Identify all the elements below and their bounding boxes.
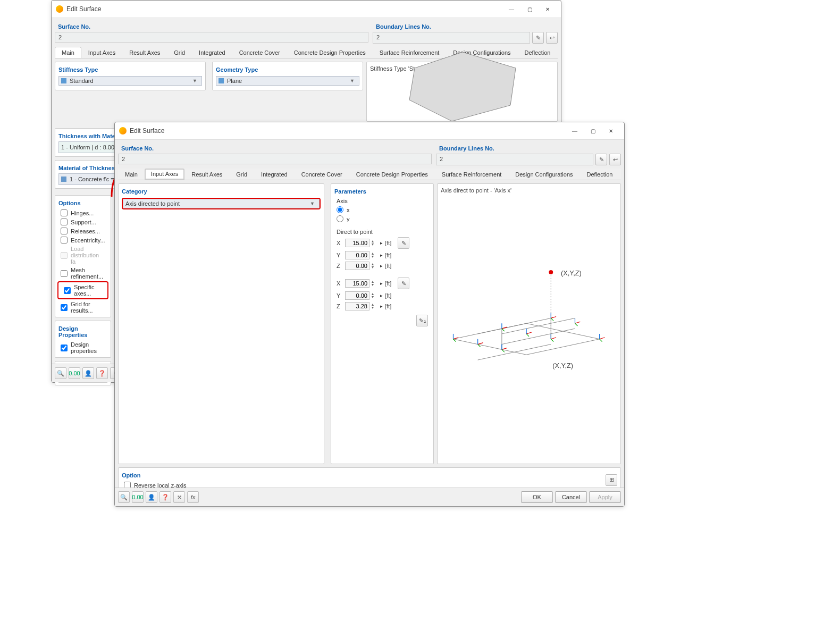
reset-icon[interactable]: ↩: [546, 32, 558, 44]
dialog2-footer: 🔍 0.00 👤 ❓ ⤧ fx OK Cancel Apply: [115, 488, 624, 506]
surface-no-field-2[interactable]: 2: [118, 154, 432, 164]
pick-lines-icon[interactable]: ✎: [595, 154, 607, 165]
geometry-type-dropdown[interactable]: Plane▼: [216, 76, 359, 86]
pick-both-icon[interactable]: ✎₂: [416, 315, 428, 326]
close-button[interactable]: ✕: [539, 3, 557, 15]
pick-point-icon[interactable]: ✎: [398, 237, 409, 249]
cancel-button[interactable]: Cancel: [555, 491, 587, 503]
close-button[interactable]: ✕: [602, 124, 620, 137]
tab-result-axes[interactable]: Result Axes: [122, 47, 167, 58]
help-icon[interactable]: ❓: [159, 491, 171, 503]
tab-concrete-cover[interactable]: Concrete Cover: [232, 47, 287, 58]
boundary-lines-label: Boundary Lines No.: [373, 21, 558, 32]
eccentricity-checkbox[interactable]: Eccentricity...: [55, 236, 111, 245]
spinner-icon[interactable]: ▴▾: [372, 240, 378, 246]
parameters-group: Parameters Axis x y Direct to point X ▴▾…: [331, 183, 434, 464]
svg-point-37: [549, 270, 553, 274]
axis-y-radio[interactable]: y: [331, 214, 433, 223]
mesh-refinement-checkbox[interactable]: Mesh refinement...: [55, 266, 111, 281]
arrow-icon[interactable]: ▸: [380, 293, 383, 298]
preview-panel-1: Stiffness Type 'Standard': [366, 62, 558, 122]
releases-checkbox[interactable]: Releases...: [55, 226, 111, 236]
option-extra-icon[interactable]: ⊞: [606, 474, 617, 486]
coord-input-y-4[interactable]: [345, 291, 369, 300]
tab-main[interactable]: Main: [55, 47, 81, 58]
units-icon[interactable]: 0.00: [69, 367, 80, 379]
tab-grid[interactable]: Grid: [167, 47, 192, 58]
arrow-icon[interactable]: ▸: [380, 253, 383, 258]
units-icon[interactable]: 0.00: [132, 491, 144, 503]
apply-button[interactable]: Apply: [589, 491, 621, 503]
svg-line-3: [478, 318, 551, 333]
preview-title-2: Axis direct to point - 'Axis x': [438, 184, 620, 197]
tab-result-axes-2[interactable]: Result Axes: [184, 169, 229, 180]
tab-input-axes[interactable]: Input Axes: [81, 47, 122, 58]
tab-concrete-design-props[interactable]: Concrete Design Properties: [287, 47, 373, 58]
reset-icon[interactable]: ↩: [609, 154, 621, 165]
boundary-lines-field-2[interactable]: 2: [436, 154, 593, 165]
zoom-icon[interactable]: 🔍: [118, 491, 130, 503]
tab-grid-2[interactable]: Grid: [229, 169, 254, 180]
arrow-icon[interactable]: ▸: [380, 304, 383, 309]
coord-input-z-2[interactable]: [345, 262, 369, 270]
arrow-icon[interactable]: ▸: [380, 263, 383, 268]
coord-row: Y ▴▾ ▸ [ft]: [331, 290, 433, 301]
support-checkbox[interactable]: Support...: [55, 217, 111, 226]
tab-deflection-2[interactable]: Deflection: [580, 169, 620, 180]
surface-no-label: Surface No.: [55, 21, 368, 32]
tab-integrated[interactable]: Integrated: [192, 47, 232, 58]
titlebar[interactable]: Edit Surface — ▢ ✕: [52, 1, 561, 18]
design-props-group: Design Properties Design properties Via …: [55, 321, 111, 358]
spinner-icon[interactable]: ▴▾: [372, 303, 378, 309]
edit-surface-dialog-input-axes: Edit Surface — ▢ ✕ Surface No. 2 Boundar…: [114, 122, 625, 507]
fx-icon[interactable]: fx: [187, 491, 199, 503]
svg-line-30: [551, 338, 556, 339]
tab-concrete-cover-2[interactable]: Concrete Cover: [295, 169, 349, 180]
titlebar-2[interactable]: Edit Surface — ▢ ✕: [115, 122, 624, 140]
category-dropdown[interactable]: Axis directed to point▼: [123, 199, 320, 208]
filter-icon[interactable]: 👤: [146, 491, 157, 503]
tab-input-axes-2[interactable]: Input Axes: [145, 169, 184, 180]
spinner-icon[interactable]: ▴▾: [372, 292, 378, 299]
spinner-icon[interactable]: ▴▾: [372, 252, 378, 258]
xyz-label-1: (X,Y,Z): [561, 269, 582, 277]
boundary-lines-field[interactable]: 2: [373, 32, 530, 44]
arrow-icon[interactable]: ▸: [380, 281, 383, 286]
maximize-button[interactable]: ▢: [584, 124, 602, 137]
design-properties-checkbox[interactable]: Design properties: [55, 340, 111, 355]
coord-input-x-0[interactable]: [345, 239, 369, 247]
tab-surface-reinforcement-2[interactable]: Surface Reinforcement: [435, 169, 509, 180]
grid-results-checkbox[interactable]: Grid for results...: [55, 300, 111, 315]
filter-icon[interactable]: 👤: [82, 367, 94, 379]
pick-point-icon[interactable]: ✎: [398, 278, 409, 289]
hinges-checkbox[interactable]: Hinges...: [55, 208, 111, 217]
tab-concrete-design-props-2[interactable]: Concrete Design Properties: [349, 169, 435, 180]
integrated-objects-checkbox[interactable]: Integrated objects..: [55, 315, 111, 317]
svg-line-22: [526, 334, 529, 337]
minimize-button[interactable]: —: [502, 3, 520, 15]
tab-design-configs-2[interactable]: Design Configurations: [508, 169, 579, 180]
stiffness-type-dropdown[interactable]: Standard▼: [58, 76, 202, 86]
tab-main-2[interactable]: Main: [118, 169, 145, 180]
zoom-icon[interactable]: 🔍: [55, 367, 66, 379]
arrow-icon[interactable]: ▸: [380, 240, 383, 246]
svg-line-13: [502, 329, 505, 331]
coord-input-y-1[interactable]: [345, 251, 369, 259]
spinner-icon[interactable]: ▴▾: [372, 263, 378, 269]
tab-integrated-2[interactable]: Integrated: [254, 169, 295, 180]
coord-row: X ▴▾ ▸ [ft] ✎: [331, 276, 433, 290]
coord-input-z-5[interactable]: [345, 302, 369, 310]
ok-button[interactable]: OK: [521, 491, 553, 503]
axis-x-radio[interactable]: x: [331, 205, 433, 214]
maximize-button[interactable]: ▢: [520, 3, 539, 15]
minimize-button[interactable]: —: [566, 124, 584, 137]
tab-bar-2: Main Input Axes Result Axes Grid Integra…: [118, 169, 621, 180]
surface-no-field[interactable]: 2: [55, 32, 368, 43]
category-label: Category: [119, 186, 324, 197]
specific-axes-checkbox[interactable]: Specific axes...: [58, 283, 107, 298]
axes-icon[interactable]: ⤧: [173, 491, 185, 503]
pick-lines-icon[interactable]: ✎: [532, 32, 544, 44]
coord-input-x-3[interactable]: [345, 279, 369, 288]
help-icon[interactable]: ❓: [96, 367, 108, 379]
spinner-icon[interactable]: ▴▾: [372, 280, 378, 287]
